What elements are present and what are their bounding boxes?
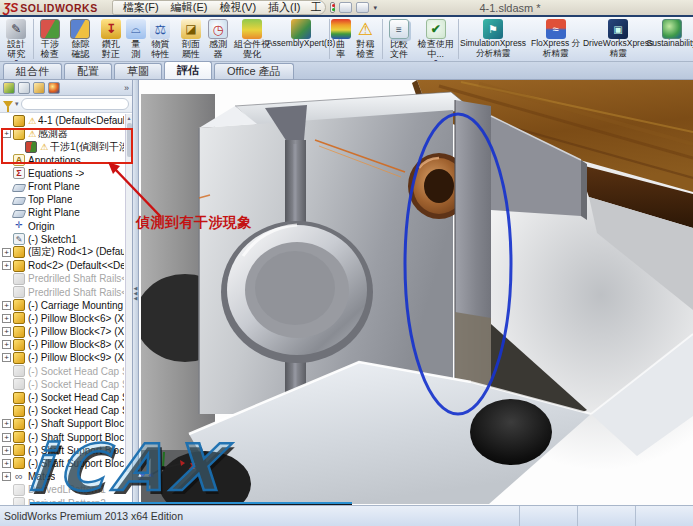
expand-icon[interactable]: +	[2, 353, 11, 362]
chevron-down-icon[interactable]: ▾	[15, 100, 19, 108]
expand-icon[interactable]: +	[2, 327, 11, 336]
toolbar-sustainability-button[interactable]: Sustainability	[651, 19, 692, 49]
tree-row-15[interactable]: +(-) Pillow Block<6> (XEP-	[2, 312, 124, 325]
expand-icon[interactable]: +	[2, 261, 11, 270]
featuremanager-icon[interactable]	[3, 82, 15, 94]
tree-row-22[interactable]: (-) Socket Head Cap Scre	[2, 404, 124, 417]
tree-row-19[interactable]: (-) Socket Head Cap Scre	[2, 365, 124, 378]
tree-row-16[interactable]: +(-) Pillow Block<7> (XEP-	[2, 325, 124, 338]
toolbar-clearance-verify-button[interactable]: 餘隙確認	[65, 19, 96, 59]
menu-item-1[interactable]: 編輯(E)	[165, 0, 214, 15]
tree-row-20[interactable]: (-) Socket Head Cap Scre	[2, 378, 124, 391]
expand-icon[interactable]: +	[2, 459, 11, 468]
scrollbar-thumb[interactable]	[127, 123, 132, 157]
tab-評估[interactable]: 評估	[164, 61, 212, 79]
expand-icon[interactable]: +	[2, 433, 11, 442]
tree-row-12[interactable]: Predrilled Shaft Rails<1>	[2, 272, 124, 285]
tree-row-29[interactable]: DerivedLPattern2	[2, 496, 124, 505]
toolbar-simulationxpress-button[interactable]: SimulationXpress 分析精靈	[460, 19, 526, 58]
tree-item-label: (-) Pillow Block<7> (XEP-	[28, 326, 124, 337]
tree-row-7[interactable]: Right Plane	[2, 206, 124, 219]
tree-row-28[interactable]: DerivedLPattern1	[2, 483, 124, 496]
displaymanager-icon[interactable]	[48, 82, 60, 94]
toolbar-floxpress-button[interactable]: FloXpress 分析精靈	[526, 19, 585, 58]
logo-word: SOLIDWORKS	[20, 2, 97, 14]
toolbar-sensor-button[interactable]: 感測器	[206, 19, 230, 59]
toolbar-section-properties-button[interactable]: 剖面屬性	[176, 19, 207, 59]
tree-item-label: Origin	[28, 221, 55, 232]
toolbar-driveworksxpress-button[interactable]: DriveWorksXpress 精靈	[585, 19, 651, 58]
tree-row-13[interactable]: Predrilled Shaft Rails<2>	[2, 285, 124, 298]
toolbar-design-study-button[interactable]: 設計研究▾	[1, 19, 32, 62]
tree-row-3[interactable]: Annotations	[2, 154, 124, 167]
filter-funnel-icon[interactable]	[3, 101, 13, 108]
tree-row-18[interactable]: +(-) Pillow Block<9> (XEP-	[2, 351, 124, 364]
scene-icon[interactable]	[356, 2, 369, 13]
tree-item-label: (-) Shaft Support Block<5	[28, 418, 124, 429]
expand-icon[interactable]: +	[2, 419, 11, 428]
tree-row-4[interactable]: Equations ->	[2, 167, 124, 180]
expand-icon[interactable]: +	[2, 129, 11, 138]
tree-scrollbar[interactable]: ▲	[125, 114, 132, 472]
tree-row-6[interactable]: Top Plane	[2, 193, 124, 206]
design-study-icon	[6, 19, 26, 39]
toolbar-assemblyxpert-button[interactable]: AssemblyXpert(B)	[274, 19, 329, 49]
toolbar-interference-check-button[interactable]: 干涉檢查	[35, 19, 66, 59]
toolbar-symmetry-check-button[interactable]: 對稱檢查	[350, 19, 381, 59]
tab-組合件[interactable]: 組合件	[3, 63, 62, 79]
tree-row-25[interactable]: +(-) Shaft Support Block<1	[2, 444, 124, 457]
tree-row-14[interactable]: +(-) Carriage Mounting Pla	[2, 299, 124, 312]
propertymanager-icon[interactable]	[18, 82, 30, 94]
overflow-chevron-icon[interactable]: »	[124, 83, 129, 93]
tree-row-27[interactable]: +Mates	[2, 470, 124, 483]
tree-row-26[interactable]: +(-) Shaft Support Block<1	[2, 457, 124, 470]
part-icon	[13, 378, 25, 390]
expand-icon[interactable]: +	[2, 301, 11, 310]
tree-row-23[interactable]: +(-) Shaft Support Block<5	[2, 417, 124, 430]
menu-item-3[interactable]: 插入(I)	[262, 0, 306, 15]
viewport-3d[interactable]: X Z	[139, 80, 693, 505]
stoplight-icon[interactable]	[330, 2, 335, 13]
expand-icon[interactable]: +	[2, 314, 11, 323]
toolbar-compare-documents-button[interactable]: 比較文件	[384, 19, 415, 59]
plane-icon	[12, 184, 27, 192]
configurationmanager-icon[interactable]	[33, 82, 45, 94]
tab-配置[interactable]: 配置	[64, 63, 112, 79]
tree-row-0[interactable]: 4-1 (Default<Default_Dis	[2, 114, 124, 127]
tree-row-8[interactable]: Origin	[2, 220, 124, 233]
tree-row-24[interactable]: +(-) Shaft Support Block<9	[2, 431, 124, 444]
toolbar-curvature-button[interactable]: 曲率	[331, 19, 350, 59]
measure-icon	[126, 19, 146, 39]
expand-icon[interactable]: +	[2, 340, 11, 349]
menu-item-0[interactable]: 檔案(F)	[117, 0, 165, 15]
tree-row-21[interactable]: (-) Socket Head Cap Scre	[2, 391, 124, 404]
tree-row-2[interactable]: 干涉1(偵測到干涉)	[2, 140, 124, 153]
expand-icon[interactable]: +	[2, 248, 11, 257]
graphics-area[interactable]: X Z	[139, 80, 693, 505]
tree-item-label: (-) Shaft Support Block<1	[28, 458, 124, 469]
tab-Office 產品[interactable]: Office 產品	[214, 63, 294, 79]
expand-icon[interactable]: +	[2, 472, 11, 481]
menu-item-2[interactable]: 檢視(V)	[213, 0, 262, 15]
toolbar-hole-alignment-button[interactable]: 鑽孔對正	[96, 19, 127, 59]
tab-草圖[interactable]: 草圖	[114, 63, 162, 79]
filter-input[interactable]	[21, 98, 129, 110]
toolbar-measure-button[interactable]: 量測	[126, 19, 145, 59]
tree-item-label: (-) Shaft Support Block<1	[28, 445, 124, 456]
tree-row-11[interactable]: +Rod<2> (Default<<Defa	[2, 259, 124, 272]
panel-icon[interactable]	[339, 2, 352, 13]
expand-icon[interactable]: +	[2, 446, 11, 455]
tree-row-5[interactable]: Front Plane	[2, 180, 124, 193]
part-icon	[13, 392, 25, 404]
scroll-up-icon[interactable]: ▲	[126, 114, 132, 122]
chevron-down-icon[interactable]: ▾	[373, 4, 377, 12]
toolbar-check-active-button[interactable]: 檢查使用中...▾	[414, 19, 457, 62]
tree-row-17[interactable]: +(-) Pillow Block<8> (XEP-	[2, 338, 124, 351]
triad-x-label: X	[188, 461, 196, 471]
sustainability-icon	[662, 19, 682, 39]
tree-row-9[interactable]: (-) Sketch1	[2, 233, 124, 246]
tree-row-1[interactable]: +感測器	[2, 127, 124, 140]
toolbar-mass-properties-button[interactable]: 物質特性	[145, 19, 176, 59]
tree-row-10[interactable]: +(固定) Rod<1> (Default<	[2, 246, 124, 259]
menu-item-truncated[interactable]: 工具(T)	[306, 0, 321, 15]
